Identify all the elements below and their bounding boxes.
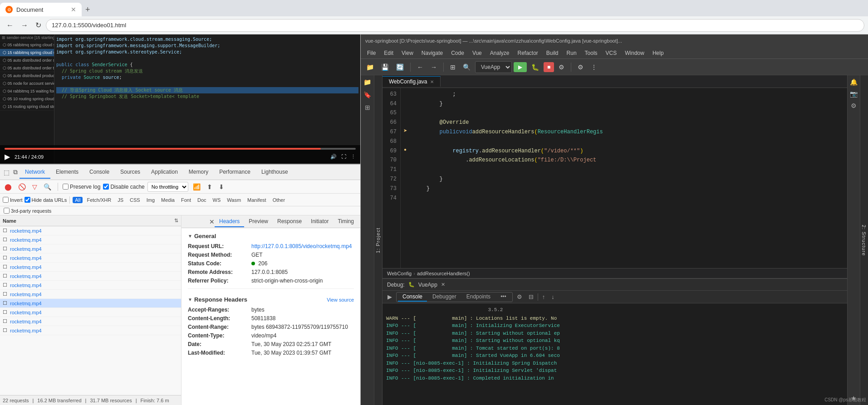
more-ide-button[interactable]: ⋮ [588,62,600,73]
hide-data-urls-input[interactable] [25,197,30,203]
upload-button[interactable]: ⬆ [205,182,214,191]
file-tab-close[interactable]: ✕ [430,79,434,84]
menu-run[interactable]: Run [563,49,580,57]
filter-img[interactable]: Img [144,197,157,203]
project-icon[interactable]: 📁 [363,77,373,87]
volume-button[interactable]: 🔊 [330,154,337,160]
debug-tab-endpoints[interactable]: Endpoints [462,293,495,302]
record-button[interactable]: ⬤ [3,182,14,191]
fullscreen-button[interactable]: ⛶ [341,154,346,160]
stop-button[interactable]: ■ [544,62,554,72]
filter-doc[interactable]: Doc [195,197,209,203]
invert-checkbox[interactable]: Invert [3,197,23,203]
reload-button[interactable]: ↻ [33,19,44,31]
table-row[interactable]: ☐ rocketmq.mp4 [0,281,181,290]
camera-icon[interactable]: 📷 [849,89,859,99]
debug-tab-console[interactable]: Console [398,293,427,302]
third-party-checkbox[interactable]: 3rd-party requests [4,208,357,214]
detail-tab-headers[interactable]: Headers [215,216,244,227]
structure-side-icon[interactable]: ⊞ [363,102,373,112]
menu-analyze[interactable]: Analyze [486,49,513,57]
close-detail-button[interactable]: ✕ [209,218,215,225]
table-row[interactable]: ☐ rocketmq.mp4 [0,290,181,299]
video-progress-bar[interactable] [5,148,356,150]
filter-icon-button[interactable]: ▽ [30,182,39,191]
hide-data-urls-checkbox[interactable]: Hide data URLs [25,197,67,203]
filter-js[interactable]: JS [115,197,126,203]
tab-sources[interactable]: Sources [115,166,146,179]
file-tab-webconfig[interactable]: WebConfig.java ✕ [383,76,441,87]
menu-edit[interactable]: Edit [380,49,397,57]
table-row-selected[interactable]: ☐ rocketmq.mp4 [0,299,181,308]
throttle-select[interactable]: No throttling [147,182,188,192]
build-button[interactable]: ⚙ [556,62,567,73]
wifi-button[interactable]: 📶 [191,182,202,191]
disable-cache-checkbox[interactable]: Disable cache [103,184,144,190]
filter-ws[interactable]: WS [211,197,223,203]
browser-tab-document[interactable]: ⚙ Document ✕ [0,3,82,16]
menu-file[interactable]: File [363,49,379,57]
detail-tab-preview[interactable]: Preview [244,216,273,227]
resize-handle[interactable]: ⇅ [174,218,178,224]
view-source-button[interactable]: View source [327,297,354,303]
run-button[interactable]: ▶ [514,62,527,72]
search-button[interactable]: 🔍 [42,182,53,191]
devtools-undock-button[interactable]: ⧉ [11,167,20,177]
clear-button[interactable]: 🚫 [16,182,28,191]
disable-cache-input[interactable] [103,184,109,190]
table-row[interactable]: ☐ rocketmq.mp4 [0,235,181,244]
table-row[interactable]: ☐ rocketmq.mp4 [0,317,181,326]
menu-window[interactable]: Window [621,49,648,57]
menu-build[interactable]: Build [543,49,562,57]
debug-tab-more[interactable]: ••• [496,293,511,302]
tab-memory[interactable]: Memory [183,166,214,179]
invert-input[interactable] [3,197,9,203]
menu-tools[interactable]: Tools [581,49,601,57]
open-folder-button[interactable]: 📁 [363,62,377,73]
filter-media[interactable]: Media [159,197,177,203]
download-button[interactable]: ⬇ [217,182,226,191]
filter-fetch-xhr[interactable]: Fetch/XHR [84,197,113,203]
table-row[interactable]: ☐ rocketmq.mp4 [0,254,181,263]
menu-refactor[interactable]: Refactor [514,49,542,57]
tab-network[interactable]: Network [20,166,50,179]
menu-vcs[interactable]: VCS [602,49,621,57]
menu-vue[interactable]: Vue [469,49,485,57]
filter-wasm[interactable]: Wasm [225,197,243,203]
tab-elements[interactable]: Elements [50,166,84,179]
table-row[interactable]: ☐ rocketmq.mp4 [0,272,181,281]
preserve-log-checkbox[interactable]: Preserve log [63,184,100,190]
devtools-dock-button[interactable]: ⬚ [2,168,11,177]
settings-button[interactable]: ⚙ [575,62,586,73]
tab-console[interactable]: Console [84,166,115,179]
filter-all[interactable]: All [73,197,83,203]
new-tab-button[interactable]: + [82,3,94,16]
layout-button[interactable]: ⊟ [526,293,536,301]
editor-content[interactable]: ; } @Override public void addResourceHan… [410,88,847,268]
run-config-select[interactable]: VueApp [475,61,512,73]
sync-button[interactable]: 🔄 [393,62,407,73]
settings-right-icon[interactable]: ⚙ [849,101,859,111]
filter-manifest[interactable]: Manifest [245,197,269,203]
table-row[interactable]: ☐ rocketmq.mp4 [0,263,181,272]
down-button[interactable]: ↓ [549,293,557,301]
menu-navigate[interactable]: Navigate [418,49,446,57]
debug-close-button[interactable]: ✕ [441,282,445,288]
preserve-log-input[interactable] [63,184,69,190]
debug-run-button[interactable]: 🐛 [529,62,542,73]
filter-css[interactable]: CSS [128,197,142,203]
filter-other[interactable]: Other [270,197,288,203]
table-row[interactable]: ☐ rocketmq.mp4 [0,308,181,317]
up-button[interactable]: ↑ [540,293,548,301]
menu-help[interactable]: Help [649,49,667,57]
forward-ide-button[interactable]: → [428,62,440,73]
back-button[interactable]: ← [4,20,16,31]
back-ide-button[interactable]: ← [414,62,426,73]
more-button[interactable]: ⋮ [351,154,356,160]
menu-view[interactable]: View [398,49,417,57]
menu-code[interactable]: Code [447,49,468,57]
detail-tab-response[interactable]: Response [273,216,306,227]
bookmark-icon[interactable]: 🔖 [363,90,373,100]
tab-lighthouse[interactable]: Lighthouse [256,166,294,179]
structure-button[interactable]: ⊞ [447,62,458,73]
